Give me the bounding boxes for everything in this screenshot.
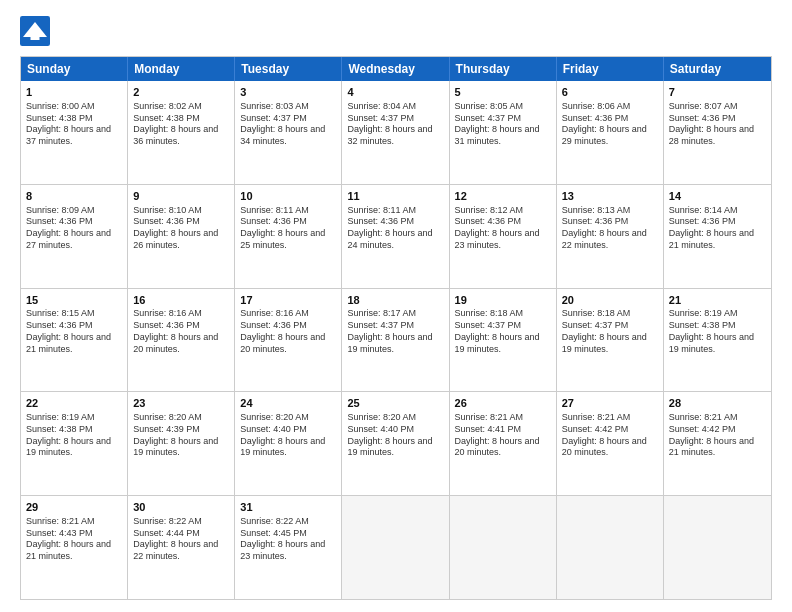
calendar-cell bbox=[557, 496, 664, 599]
calendar-cell: 11Sunrise: 8:11 AM Sunset: 4:36 PM Dayli… bbox=[342, 185, 449, 288]
day-info: Sunrise: 8:18 AM Sunset: 4:37 PM Dayligh… bbox=[562, 308, 658, 355]
day-number: 9 bbox=[133, 189, 229, 204]
day-info: Sunrise: 8:16 AM Sunset: 4:36 PM Dayligh… bbox=[133, 308, 229, 355]
calendar-cell: 19Sunrise: 8:18 AM Sunset: 4:37 PM Dayli… bbox=[450, 289, 557, 392]
calendar-cell: 14Sunrise: 8:14 AM Sunset: 4:36 PM Dayli… bbox=[664, 185, 771, 288]
day-number: 8 bbox=[26, 189, 122, 204]
day-number: 19 bbox=[455, 293, 551, 308]
day-info: Sunrise: 8:13 AM Sunset: 4:36 PM Dayligh… bbox=[562, 205, 658, 252]
weekday-header-thursday: Thursday bbox=[450, 57, 557, 81]
day-number: 15 bbox=[26, 293, 122, 308]
weekday-header-wednesday: Wednesday bbox=[342, 57, 449, 81]
day-number: 1 bbox=[26, 85, 122, 100]
day-number: 28 bbox=[669, 396, 766, 411]
day-info: Sunrise: 8:20 AM Sunset: 4:40 PM Dayligh… bbox=[240, 412, 336, 459]
day-info: Sunrise: 8:11 AM Sunset: 4:36 PM Dayligh… bbox=[347, 205, 443, 252]
calendar-cell: 16Sunrise: 8:16 AM Sunset: 4:36 PM Dayli… bbox=[128, 289, 235, 392]
day-number: 22 bbox=[26, 396, 122, 411]
page-header bbox=[20, 16, 772, 46]
weekday-header-sunday: Sunday bbox=[21, 57, 128, 81]
day-info: Sunrise: 8:20 AM Sunset: 4:39 PM Dayligh… bbox=[133, 412, 229, 459]
calendar-cell: 13Sunrise: 8:13 AM Sunset: 4:36 PM Dayli… bbox=[557, 185, 664, 288]
calendar-cell: 29Sunrise: 8:21 AM Sunset: 4:43 PM Dayli… bbox=[21, 496, 128, 599]
calendar-header: SundayMondayTuesdayWednesdayThursdayFrid… bbox=[21, 57, 771, 81]
day-info: Sunrise: 8:10 AM Sunset: 4:36 PM Dayligh… bbox=[133, 205, 229, 252]
day-info: Sunrise: 8:03 AM Sunset: 4:37 PM Dayligh… bbox=[240, 101, 336, 148]
calendar-cell: 4Sunrise: 8:04 AM Sunset: 4:37 PM Daylig… bbox=[342, 81, 449, 184]
day-info: Sunrise: 8:11 AM Sunset: 4:36 PM Dayligh… bbox=[240, 205, 336, 252]
day-number: 3 bbox=[240, 85, 336, 100]
calendar-cell bbox=[342, 496, 449, 599]
calendar-cell: 17Sunrise: 8:16 AM Sunset: 4:36 PM Dayli… bbox=[235, 289, 342, 392]
weekday-header-friday: Friday bbox=[557, 57, 664, 81]
calendar-cell: 6Sunrise: 8:06 AM Sunset: 4:36 PM Daylig… bbox=[557, 81, 664, 184]
day-info: Sunrise: 8:17 AM Sunset: 4:37 PM Dayligh… bbox=[347, 308, 443, 355]
calendar-cell: 7Sunrise: 8:07 AM Sunset: 4:36 PM Daylig… bbox=[664, 81, 771, 184]
calendar-cell: 23Sunrise: 8:20 AM Sunset: 4:39 PM Dayli… bbox=[128, 392, 235, 495]
day-number: 23 bbox=[133, 396, 229, 411]
day-number: 7 bbox=[669, 85, 766, 100]
weekday-header-tuesday: Tuesday bbox=[235, 57, 342, 81]
day-number: 24 bbox=[240, 396, 336, 411]
calendar-cell: 25Sunrise: 8:20 AM Sunset: 4:40 PM Dayli… bbox=[342, 392, 449, 495]
day-number: 5 bbox=[455, 85, 551, 100]
day-info: Sunrise: 8:00 AM Sunset: 4:38 PM Dayligh… bbox=[26, 101, 122, 148]
day-info: Sunrise: 8:07 AM Sunset: 4:36 PM Dayligh… bbox=[669, 101, 766, 148]
day-number: 14 bbox=[669, 189, 766, 204]
calendar-row-5: 29Sunrise: 8:21 AM Sunset: 4:43 PM Dayli… bbox=[21, 495, 771, 599]
calendar-body: 1Sunrise: 8:00 AM Sunset: 4:38 PM Daylig… bbox=[21, 81, 771, 599]
day-number: 31 bbox=[240, 500, 336, 515]
calendar-cell: 15Sunrise: 8:15 AM Sunset: 4:36 PM Dayli… bbox=[21, 289, 128, 392]
calendar-cell: 24Sunrise: 8:20 AM Sunset: 4:40 PM Dayli… bbox=[235, 392, 342, 495]
day-number: 20 bbox=[562, 293, 658, 308]
calendar-cell bbox=[450, 496, 557, 599]
day-number: 13 bbox=[562, 189, 658, 204]
day-info: Sunrise: 8:15 AM Sunset: 4:36 PM Dayligh… bbox=[26, 308, 122, 355]
calendar-row-2: 8Sunrise: 8:09 AM Sunset: 4:36 PM Daylig… bbox=[21, 184, 771, 288]
day-number: 6 bbox=[562, 85, 658, 100]
weekday-header-saturday: Saturday bbox=[664, 57, 771, 81]
day-number: 2 bbox=[133, 85, 229, 100]
calendar-cell: 2Sunrise: 8:02 AM Sunset: 4:38 PM Daylig… bbox=[128, 81, 235, 184]
day-number: 11 bbox=[347, 189, 443, 204]
calendar-cell: 26Sunrise: 8:21 AM Sunset: 4:41 PM Dayli… bbox=[450, 392, 557, 495]
calendar-row-3: 15Sunrise: 8:15 AM Sunset: 4:36 PM Dayli… bbox=[21, 288, 771, 392]
logo bbox=[20, 16, 56, 46]
calendar-row-4: 22Sunrise: 8:19 AM Sunset: 4:38 PM Dayli… bbox=[21, 391, 771, 495]
calendar-cell: 8Sunrise: 8:09 AM Sunset: 4:36 PM Daylig… bbox=[21, 185, 128, 288]
day-number: 21 bbox=[669, 293, 766, 308]
day-info: Sunrise: 8:04 AM Sunset: 4:37 PM Dayligh… bbox=[347, 101, 443, 148]
calendar-cell: 22Sunrise: 8:19 AM Sunset: 4:38 PM Dayli… bbox=[21, 392, 128, 495]
calendar-cell: 10Sunrise: 8:11 AM Sunset: 4:36 PM Dayli… bbox=[235, 185, 342, 288]
day-info: Sunrise: 8:05 AM Sunset: 4:37 PM Dayligh… bbox=[455, 101, 551, 148]
calendar-cell: 9Sunrise: 8:10 AM Sunset: 4:36 PM Daylig… bbox=[128, 185, 235, 288]
calendar-cell: 21Sunrise: 8:19 AM Sunset: 4:38 PM Dayli… bbox=[664, 289, 771, 392]
day-number: 18 bbox=[347, 293, 443, 308]
calendar-cell bbox=[664, 496, 771, 599]
day-number: 4 bbox=[347, 85, 443, 100]
day-number: 10 bbox=[240, 189, 336, 204]
day-number: 29 bbox=[26, 500, 122, 515]
calendar-cell: 30Sunrise: 8:22 AM Sunset: 4:44 PM Dayli… bbox=[128, 496, 235, 599]
day-info: Sunrise: 8:12 AM Sunset: 4:36 PM Dayligh… bbox=[455, 205, 551, 252]
day-info: Sunrise: 8:21 AM Sunset: 4:41 PM Dayligh… bbox=[455, 412, 551, 459]
day-info: Sunrise: 8:19 AM Sunset: 4:38 PM Dayligh… bbox=[669, 308, 766, 355]
weekday-header-monday: Monday bbox=[128, 57, 235, 81]
day-info: Sunrise: 8:21 AM Sunset: 4:42 PM Dayligh… bbox=[669, 412, 766, 459]
calendar-row-1: 1Sunrise: 8:00 AM Sunset: 4:38 PM Daylig… bbox=[21, 81, 771, 184]
calendar-cell: 27Sunrise: 8:21 AM Sunset: 4:42 PM Dayli… bbox=[557, 392, 664, 495]
calendar-cell: 3Sunrise: 8:03 AM Sunset: 4:37 PM Daylig… bbox=[235, 81, 342, 184]
calendar-cell: 12Sunrise: 8:12 AM Sunset: 4:36 PM Dayli… bbox=[450, 185, 557, 288]
day-info: Sunrise: 8:18 AM Sunset: 4:37 PM Dayligh… bbox=[455, 308, 551, 355]
logo-icon bbox=[20, 16, 50, 46]
day-info: Sunrise: 8:20 AM Sunset: 4:40 PM Dayligh… bbox=[347, 412, 443, 459]
calendar-cell: 20Sunrise: 8:18 AM Sunset: 4:37 PM Dayli… bbox=[557, 289, 664, 392]
day-number: 25 bbox=[347, 396, 443, 411]
day-info: Sunrise: 8:16 AM Sunset: 4:36 PM Dayligh… bbox=[240, 308, 336, 355]
svg-rect-2 bbox=[31, 36, 40, 41]
calendar-cell: 18Sunrise: 8:17 AM Sunset: 4:37 PM Dayli… bbox=[342, 289, 449, 392]
day-info: Sunrise: 8:21 AM Sunset: 4:43 PM Dayligh… bbox=[26, 516, 122, 563]
day-info: Sunrise: 8:22 AM Sunset: 4:44 PM Dayligh… bbox=[133, 516, 229, 563]
day-number: 12 bbox=[455, 189, 551, 204]
calendar: SundayMondayTuesdayWednesdayThursdayFrid… bbox=[20, 56, 772, 600]
